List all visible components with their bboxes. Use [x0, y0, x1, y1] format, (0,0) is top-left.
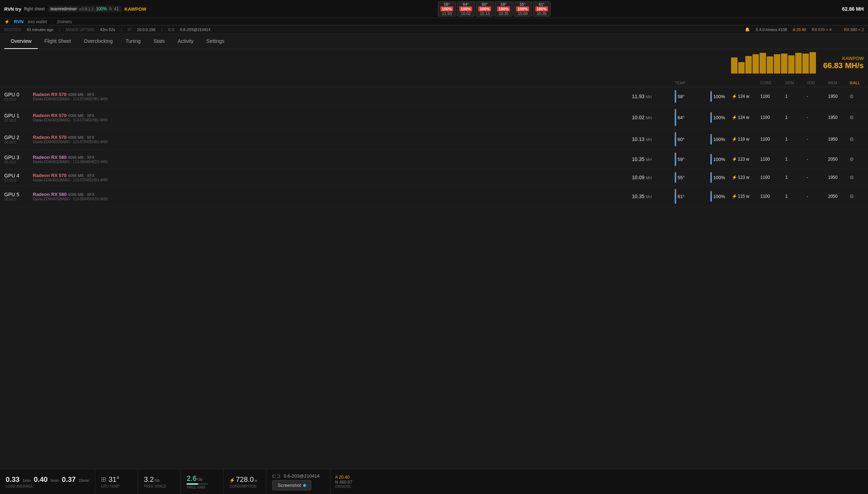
col-temp: TEMP: [675, 81, 710, 85]
gpu-tune-5[interactable]: ⚙: [849, 193, 864, 199]
table-row: GPU 0 01:00.0 Radeon RX 570 4096 MB · XF…: [0, 87, 868, 106]
col-core: CORE: [760, 81, 785, 85]
status-bar: BOOTED 43 minutes ago | MINER UPTIME 42m…: [0, 25, 868, 34]
table-row: GPU 5 08:00.0 Radeon RX 580 4096 MB · XF…: [0, 186, 868, 207]
booted-val: 43 minutes ago: [26, 27, 53, 32]
table-row: GPU 3 05:00.0 Radeon RX 580 4096 MB · XF…: [0, 150, 868, 169]
gpu-mem-3: 2050: [828, 157, 849, 162]
miner-algo-num: 41: [114, 6, 119, 11]
chart-algo: KAWPOW: [823, 56, 864, 61]
ip-val: 10.0.0.196: [137, 27, 155, 32]
gpu-power-0: ⚡ 124 w: [732, 94, 760, 99]
gpu-tune-0[interactable]: ⚙: [849, 94, 864, 99]
network-val: 0.6-203@210414: [180, 27, 210, 32]
coin-name: RVN: [14, 19, 24, 24]
gpu-tune-4[interactable]: ⚙: [849, 175, 864, 180]
coin-pool: 2miners: [57, 19, 72, 24]
hashrate-chart: [731, 52, 816, 74]
workers-badge: A 20.40: [793, 27, 806, 32]
chart-bar: [802, 54, 809, 74]
gpu-core-3: 1100: [760, 157, 785, 162]
chart-bar: [752, 54, 759, 74]
gpu-power-1: ⚡ 124 w: [732, 115, 760, 120]
gpu-name-4: Radeon RX 570 4096 MB · XFX Elpida EDW40…: [33, 173, 632, 182]
miner-version: v.0.8.1.1: [79, 7, 94, 11]
chart-bar: [760, 53, 766, 74]
gpu-fan-3: 100%: [710, 154, 732, 165]
gpu-name-0: Radeon RX 570 4096 MB · XFX Elpida EDW40…: [33, 92, 632, 101]
nav-bar: OverviewFlight SheetOverclockingTuningSt…: [0, 34, 868, 49]
uptime-label: MINER UPTIME: [66, 27, 95, 32]
chart-bar: [731, 57, 737, 74]
chart-bar: [795, 53, 802, 74]
gpu-dpm-0: 1: [785, 94, 807, 99]
gpu-vdd-5: -: [807, 194, 828, 199]
chart-hashrate: 66.83 MH/s: [823, 61, 864, 70]
gpu-power-4: ⚡ 123 w: [732, 175, 760, 180]
hashrate-chart-area: KAWPOW 66.83 MH/s: [0, 49, 868, 79]
gpu-fan-4: 100%: [710, 172, 732, 183]
table-row: GPU 4 07:00.0 Radeon RX 570 4096 MB · XF…: [0, 169, 868, 186]
gpu-tune-1[interactable]: ⚙: [849, 115, 864, 120]
gpu-tune-3[interactable]: ⚙: [849, 156, 864, 162]
gpu-core-0: 1100: [760, 94, 785, 99]
gpu-chip-5: 61° 100% 10.35: [533, 1, 551, 16]
gpu-core-5: 1100: [760, 194, 785, 199]
gpu-mem-5: 2050: [828, 194, 849, 199]
booted-label: BOOTED: [4, 27, 21, 32]
hive-version: 5.4.0-hiveos #108: [756, 27, 787, 32]
gpu-hashrate-1: 10.02 MH: [632, 115, 675, 120]
gpu-hashrate-3: 10.35 MH: [632, 156, 675, 162]
nav-item-activity[interactable]: Activity: [171, 34, 200, 49]
gpu-vdd-1: -: [807, 115, 828, 120]
nav-item-tuning[interactable]: Tuning: [119, 34, 147, 49]
nav-item-settings[interactable]: Settings: [200, 34, 231, 49]
gpu-id-0: GPU 0 01:00.0: [4, 92, 33, 101]
gpu-chip-1: 64° 100% 10.02: [457, 1, 475, 16]
nav-item-flight-sheet[interactable]: Flight Sheet: [38, 34, 77, 49]
gpu-chip-3: 58° 100% 10.35: [495, 1, 512, 16]
gpu-mem-1: 1950: [828, 115, 849, 120]
gpu-table-header: TEMP CORE DPM VDD MEM ⚙all: [0, 79, 868, 87]
gpu2-badge: RX 580 × 2: [844, 27, 864, 32]
gpu-core-4: 1100: [760, 175, 785, 180]
col-tune-all[interactable]: ⚙all: [849, 81, 864, 85]
gpu-hashrate-4: 10.09 MH: [632, 175, 675, 180]
gpu-dpm-5: 1: [785, 194, 807, 199]
coin-wallet: exo wallet: [28, 19, 47, 24]
gpu-temp-5: 61°: [675, 189, 710, 204]
gpu-name-2: Radeon RX 570 4096 MB · XFX Elpida EDW40…: [33, 135, 632, 144]
gpu-hashrate-2: 10.13 MH: [632, 136, 675, 142]
network-icon: ⊏⊐: [168, 27, 174, 32]
coin-icon: ⚡: [4, 19, 10, 24]
hashrate-display: KAWPOW 66.83 MH/s: [823, 56, 864, 70]
rig-label: flight sheet: [24, 6, 45, 11]
gpu-id-5: GPU 5 08:00.0: [4, 192, 33, 201]
gpu-tune-2[interactable]: ⚙: [849, 136, 864, 142]
chart-bar: [745, 56, 752, 74]
col-dpm: DPM: [785, 81, 807, 85]
bell-icon: 🔔: [745, 27, 750, 32]
gpu-dpm-1: 1: [785, 115, 807, 120]
miner-name: teamredminer: [51, 6, 77, 11]
gpu-power-2: ⚡ 119 w: [732, 137, 760, 142]
nav-item-stats[interactable]: Stats: [147, 34, 171, 49]
nav-item-overview[interactable]: Overview: [4, 34, 38, 49]
gpu-hashrate-5: 10.35 MH: [632, 193, 675, 199]
gpu-name-1: Radeon RX 570 4096 MB · XFX Elpida EDW40…: [33, 113, 632, 122]
gpu-mem-0: 1950: [828, 94, 849, 99]
nav-item-overclocking[interactable]: Overclocking: [77, 34, 119, 49]
chart-bar: [788, 55, 795, 74]
gpu-id-3: GPU 3 05:00.0: [4, 155, 33, 164]
gpu-fan-0: 100%: [710, 91, 732, 102]
gpu-dpm-3: 1: [785, 157, 807, 162]
gpu-core-2: 1100: [760, 137, 785, 142]
chart-bar: [774, 54, 780, 74]
gpu-id-2: GPU 2 04:00.0: [4, 135, 33, 144]
gpu-table: GPU 0 01:00.0 Radeon RX 570 4096 MB · XF…: [0, 87, 868, 207]
gpu-mem-4: 1950: [828, 175, 849, 180]
rig-name: RVN try: [4, 6, 21, 12]
gpu-temp-0: 58°: [675, 90, 710, 103]
gpu-core-1: 1100: [760, 115, 785, 120]
table-row: GPU 1 02:00.0 Radeon RX 570 4096 MB · XF…: [0, 106, 868, 129]
